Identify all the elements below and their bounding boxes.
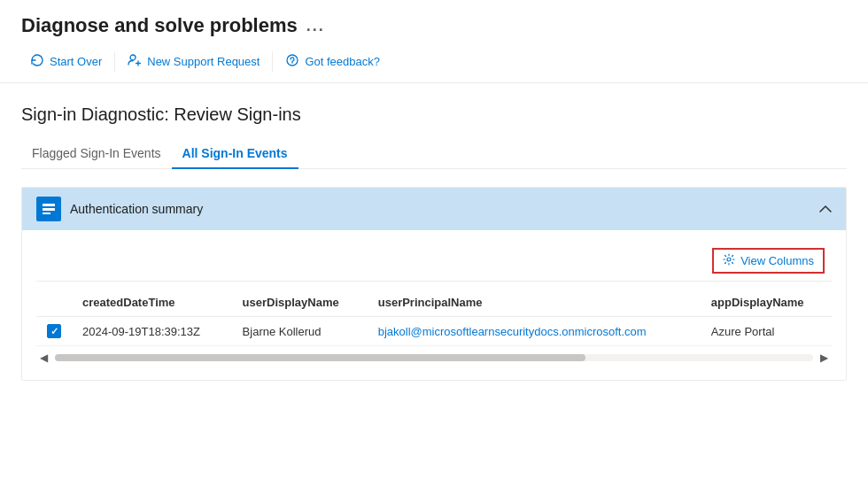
toolbar-divider-1: [114, 51, 115, 73]
page-title-text: Diagnose and solve problems: [21, 14, 298, 37]
svg-point-6: [727, 258, 731, 261]
row-user-display-name: Bjarne Kollerud: [232, 317, 368, 346]
start-over-label: Start Over: [50, 55, 102, 68]
authentication-summary-card: Authentication summary: [21, 187, 847, 381]
scroll-left-arrow[interactable]: ◀: [36, 350, 51, 366]
card-header-left: Authentication summary: [36, 197, 203, 221]
col-header-app-display-name: appDisplayName: [701, 289, 832, 317]
content-area: Sign-in Diagnostic: Review Sign-ins Flag…: [0, 83, 868, 395]
svg-point-1: [287, 55, 298, 66]
view-columns-area: View Columns: [36, 241, 832, 282]
new-support-label: New Support Request: [147, 55, 260, 68]
svg-point-0: [130, 55, 136, 60]
col-header-user-principal-name: userPrincipalName: [368, 289, 701, 317]
tab-all-signin-events[interactable]: All Sign-In Events: [172, 139, 298, 169]
signin-table: createdDateTime userDisplayName userPrin…: [36, 289, 832, 346]
col-header-created-datetime: createdDateTime: [72, 289, 232, 317]
card-header: Authentication summary: [22, 188, 846, 230]
page-title: Diagnose and solve problems ...: [21, 14, 847, 37]
user-principal-link[interactable]: bjakoll@microsoftlearnsecuritydocs.onmic…: [378, 325, 647, 338]
table-container: createdDateTime userDisplayName userPrin…: [36, 289, 832, 369]
svg-rect-3: [43, 204, 55, 206]
tabs-container: Flagged Sign-In Events All Sign-In Event…: [21, 139, 847, 169]
row-checkbox[interactable]: [47, 324, 61, 338]
card-header-title: Authentication summary: [70, 202, 203, 216]
scroll-right-arrow[interactable]: ▶: [817, 350, 832, 366]
section-title: Sign-in Diagnostic: Review Sign-ins: [21, 104, 847, 125]
auth-summary-icon: [36, 197, 61, 221]
scroll-track[interactable]: [55, 354, 813, 361]
col-header-user-display-name: userDisplayName: [232, 289, 368, 317]
svg-rect-5: [43, 212, 50, 214]
row-app-display-name: Azure Portal: [701, 317, 832, 346]
row-created-datetime: 2024-09-19T18:39:13Z: [72, 317, 232, 346]
feedback-label: Got feedback?: [305, 55, 380, 68]
view-columns-button[interactable]: View Columns: [712, 248, 825, 274]
svg-rect-4: [43, 208, 55, 211]
header-area: Diagnose and solve problems ... Start Ov…: [0, 0, 868, 83]
row-checkbox-cell[interactable]: [36, 317, 72, 346]
scroll-thumb: [55, 354, 585, 361]
new-support-request-button[interactable]: New Support Request: [119, 48, 268, 75]
card-body: View Columns createdDateTime userDisplay…: [22, 230, 846, 380]
tab-flagged-signin-events[interactable]: Flagged Sign-In Events: [21, 139, 172, 169]
refresh-icon: [30, 53, 44, 70]
page-title-dots: ...: [306, 17, 325, 35]
start-over-button[interactable]: Start Over: [21, 48, 111, 75]
gear-icon: [723, 253, 735, 268]
table-row: 2024-09-19T18:39:13Z Bjarne Kollerud bja…: [36, 317, 832, 346]
view-columns-label: View Columns: [740, 254, 814, 267]
row-user-principal-name: bjakoll@microsoftlearnsecuritydocs.onmic…: [368, 317, 701, 346]
table-header-row: createdDateTime userDisplayName userPrin…: [36, 289, 832, 317]
svg-point-2: [292, 63, 293, 64]
collapse-icon[interactable]: [819, 202, 832, 216]
toolbar-divider-2: [272, 51, 273, 73]
col-header-checkbox: [36, 289, 72, 317]
feedback-button[interactable]: Got feedback?: [276, 48, 389, 75]
toolbar: Start Over New Support Request: [21, 48, 847, 75]
horizontal-scrollbar: ◀ ▶: [36, 346, 832, 369]
feedback-icon: [285, 53, 299, 70]
person-add-icon: [128, 53, 142, 70]
